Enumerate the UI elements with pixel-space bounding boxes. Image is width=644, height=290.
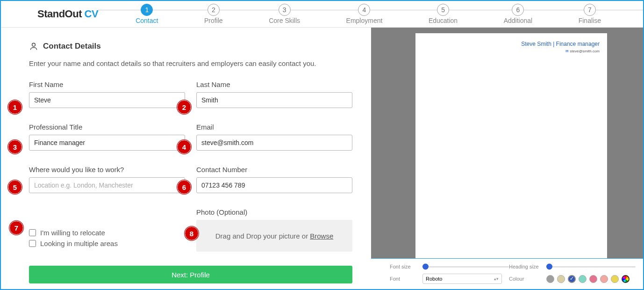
preview-name-title: Steve Smith | Finance manager — [423, 41, 600, 47]
step-finalise[interactable]: 7 Finalise — [579, 4, 601, 24]
email-field: Email — [196, 123, 352, 151]
step-circle: 2 — [208, 4, 220, 16]
step-circle: 7 — [584, 4, 596, 16]
logo-text-1: StandOut — [37, 8, 85, 20]
location-input[interactable] — [29, 177, 185, 193]
colour-swatch[interactable] — [568, 275, 576, 283]
multiple-areas-check-row[interactable]: Looking in multiple areas — [29, 239, 185, 247]
font-size-slider[interactable] — [422, 263, 509, 270]
annotation-badge-7: 7 — [9, 221, 23, 235]
photo-label: Photo (Optional) — [196, 208, 352, 216]
location-label: Where would you like to work? — [29, 166, 185, 174]
phone-field: Contact Number — [196, 166, 352, 193]
logo-text-2: CV — [85, 8, 99, 20]
annotation-badge-3: 3 — [8, 140, 22, 154]
section-header: Contact Details — [29, 42, 352, 51]
step-circle: 1 — [141, 4, 153, 16]
step-label: Profile — [204, 17, 223, 24]
colour-swatch[interactable] — [589, 275, 597, 283]
preview-email-row: ✉ steve@smith.com — [423, 49, 600, 53]
checkbox-column: I'm willing to relocate Looking in multi… — [29, 208, 185, 252]
relocate-label: I'm willing to relocate — [40, 229, 105, 237]
first-name-input[interactable] — [29, 92, 185, 108]
mail-icon: ✉ — [565, 49, 569, 53]
main-area: Contact Details Enter your name and cont… — [1, 28, 643, 289]
relocate-check-row[interactable]: I'm willing to relocate — [29, 229, 185, 237]
preview-panel: Steve Smith | Finance manager ✉ steve@sm… — [371, 28, 643, 289]
step-circle: 6 — [512, 4, 524, 16]
step-label: Contact — [136, 17, 158, 24]
step-circle: 3 — [279, 4, 291, 16]
heading-size-label: Heading size — [509, 264, 546, 269]
step-label: Employment — [346, 17, 383, 24]
last-name-label: Last Name — [196, 80, 352, 88]
dropzone-text: Drag and Drop your picture or — [215, 232, 308, 240]
chevron-updown-icon: ▴▾ — [494, 277, 499, 281]
font-size-label: Font size — [390, 264, 422, 269]
first-name-label: First Name — [29, 80, 185, 88]
step-additional[interactable]: 6 Additional — [504, 4, 533, 24]
phone-input[interactable] — [196, 177, 352, 193]
step-core-skills[interactable]: 3 Core Skills — [269, 4, 300, 24]
last-name-input[interactable] — [196, 92, 352, 108]
next-profile-button[interactable]: Next: Profile — [29, 266, 352, 283]
step-label: Education — [429, 17, 458, 24]
step-contact[interactable]: 1 Contact — [136, 4, 158, 24]
step-education[interactable]: 5 Education — [429, 4, 458, 24]
email-label: Email — [196, 123, 352, 131]
form-panel: Contact Details Enter your name and cont… — [1, 28, 371, 289]
step-label: Finalise — [579, 17, 601, 24]
annotation-badge-2: 2 — [177, 100, 191, 114]
step-profile[interactable]: 2 Profile — [204, 4, 223, 24]
location-field: Where would you like to work? — [29, 166, 185, 193]
step-employment[interactable]: 4 Employment — [346, 4, 383, 24]
top-bar: StandOut CV 1 Contact2 Profile3 Core Ski… — [1, 1, 643, 28]
step-label: Additional — [504, 17, 533, 24]
font-select-value: Roboto — [426, 276, 442, 282]
step-circle: 5 — [437, 4, 449, 16]
colour-swatch[interactable] — [546, 275, 554, 283]
annotation-badge-8: 8 — [185, 226, 199, 240]
first-name-field: First Name — [29, 80, 185, 108]
colour-swatch[interactable] — [611, 275, 619, 283]
logo: StandOut CV — [37, 8, 98, 20]
heading-size-slider[interactable] — [546, 263, 636, 270]
colour-label: Colour — [509, 276, 546, 282]
last-name-field: Last Name — [196, 80, 352, 108]
font-label: Font — [390, 276, 422, 282]
svg-point-0 — [32, 43, 36, 46]
phone-label: Contact Number — [196, 166, 352, 174]
title-label: Professional Title — [29, 123, 185, 131]
colour-swatch[interactable] — [557, 275, 565, 283]
style-panel: Font size Heading size Font — [371, 258, 643, 289]
annotation-badge-6: 6 — [177, 180, 191, 194]
colour-swatches — [546, 275, 636, 283]
cv-preview-page: Steve Smith | Finance manager ✉ steve@sm… — [415, 33, 607, 286]
step-circle: 4 — [358, 4, 370, 16]
multiple-areas-label: Looking in multiple areas — [40, 239, 118, 247]
annotation-badge-1: 1 — [8, 100, 22, 114]
colour-swatch[interactable] — [600, 275, 608, 283]
step-label: Core Skills — [269, 17, 300, 24]
browse-link[interactable]: Browse — [310, 232, 333, 240]
preview-email: steve@smith.com — [570, 49, 600, 53]
relocate-checkbox[interactable] — [29, 229, 36, 236]
colour-swatch[interactable] — [622, 275, 630, 283]
person-icon — [29, 42, 38, 51]
colour-swatch[interactable] — [579, 275, 587, 283]
section-title: Contact Details — [43, 42, 101, 51]
progress-steps: 1 Contact2 Profile3 Core Skills4 Employm… — [98, 4, 643, 24]
email-input[interactable] — [196, 135, 352, 151]
title-field: Professional Title — [29, 123, 185, 151]
annotation-badge-5: 5 — [8, 180, 22, 194]
font-select[interactable]: Roboto ▴▾ — [422, 274, 502, 284]
section-description: Enter your name and contact details so t… — [29, 59, 352, 67]
photo-dropzone[interactable]: Drag and Drop your picture or Browse — [196, 220, 352, 252]
annotation-badge-4: 4 — [177, 140, 191, 154]
title-input[interactable] — [29, 135, 185, 151]
photo-column: Photo (Optional) Drag and Drop your pict… — [196, 208, 352, 252]
multiple-areas-checkbox[interactable] — [29, 240, 36, 247]
